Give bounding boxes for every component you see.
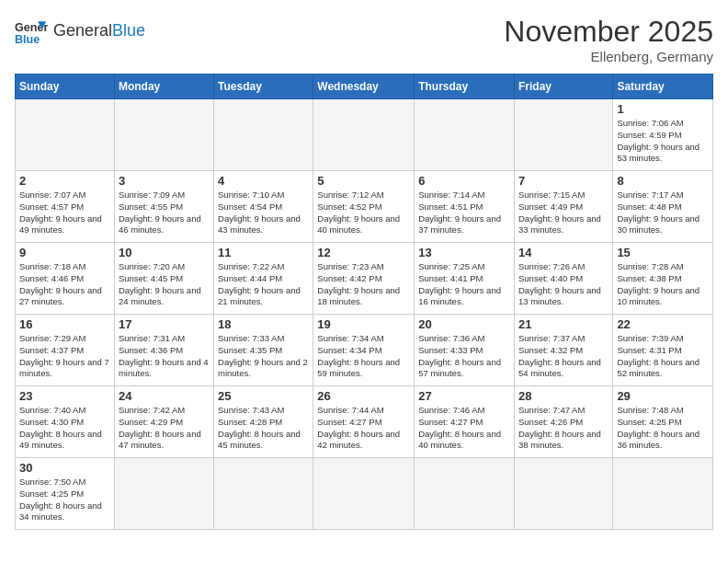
month-title: November 2025 — [504, 15, 713, 49]
day-info-1: Sunrise: 7:06 AMSunset: 4:59 PMDaylight:… — [617, 118, 709, 165]
day-8: 8 Sunrise: 7:17 AMSunset: 4:48 PMDayligh… — [613, 171, 713, 243]
empty-cell — [514, 458, 612, 530]
day-18: 18 Sunrise: 7:33 AMSunset: 4:35 PMDaylig… — [214, 315, 313, 386]
day-17: 17 Sunrise: 7:31 AMSunset: 4:36 PMDaylig… — [114, 315, 213, 386]
day-15: 15 Sunrise: 7:28 AMSunset: 4:38 PMDaylig… — [613, 243, 713, 315]
week-row-3: 9 Sunrise: 7:18 AMSunset: 4:46 PMDayligh… — [16, 243, 713, 315]
day-25: 25 Sunrise: 7:43 AMSunset: 4:28 PMDaylig… — [214, 386, 313, 458]
day-1: 1 Sunrise: 7:06 AMSunset: 4:59 PMDayligh… — [613, 99, 713, 171]
empty-cell — [114, 99, 213, 171]
logo: General Blue GeneralBlue — [15, 15, 145, 48]
day-30: 30 Sunrise: 7:50 AMSunset: 4:25 PMDaylig… — [16, 458, 115, 530]
weekday-header-row: Sunday Monday Tuesday Wednesday Thursday… — [16, 75, 713, 99]
page-header: General Blue GeneralBlue November 2025 E… — [15, 15, 713, 64]
empty-cell — [16, 99, 115, 171]
week-row-4: 16 Sunrise: 7:29 AMSunset: 4:37 PMDaylig… — [16, 315, 713, 386]
empty-cell — [514, 99, 612, 171]
logo-text: GeneralBlue — [53, 22, 145, 40]
week-row-2: 2 Sunrise: 7:07 AMSunset: 4:57 PMDayligh… — [16, 171, 713, 243]
empty-cell — [214, 458, 313, 530]
empty-cell — [313, 458, 415, 530]
day-6: 6 Sunrise: 7:14 AMSunset: 4:51 PMDayligh… — [415, 171, 515, 243]
day-26: 26 Sunrise: 7:44 AMSunset: 4:27 PMDaylig… — [313, 386, 415, 458]
header-monday: Monday — [114, 75, 213, 99]
day-27: 27 Sunrise: 7:46 AMSunset: 4:27 PMDaylig… — [415, 386, 515, 458]
day-5: 5 Sunrise: 7:12 AMSunset: 4:52 PMDayligh… — [313, 171, 415, 243]
day-16: 16 Sunrise: 7:29 AMSunset: 4:37 PMDaylig… — [16, 315, 115, 386]
day-14: 14 Sunrise: 7:26 AMSunset: 4:40 PMDaylig… — [514, 243, 612, 315]
day-9: 9 Sunrise: 7:18 AMSunset: 4:46 PMDayligh… — [16, 243, 115, 315]
week-row-6: 30 Sunrise: 7:50 AMSunset: 4:25 PMDaylig… — [16, 458, 713, 530]
week-row-5: 23 Sunrise: 7:40 AMSunset: 4:30 PMDaylig… — [16, 386, 713, 458]
day-number-1: 1 — [617, 102, 709, 116]
day-10: 10 Sunrise: 7:20 AMSunset: 4:45 PMDaylig… — [114, 243, 213, 315]
day-2: 2 Sunrise: 7:07 AMSunset: 4:57 PMDayligh… — [16, 171, 115, 243]
day-4: 4 Sunrise: 7:10 AMSunset: 4:54 PMDayligh… — [214, 171, 313, 243]
day-7: 7 Sunrise: 7:15 AMSunset: 4:49 PMDayligh… — [514, 171, 612, 243]
header-friday: Friday — [514, 75, 612, 99]
day-22: 22 Sunrise: 7:39 AMSunset: 4:31 PMDaylig… — [613, 315, 713, 386]
day-12: 12 Sunrise: 7:23 AMSunset: 4:42 PMDaylig… — [313, 243, 415, 315]
empty-cell — [415, 458, 515, 530]
day-20: 20 Sunrise: 7:36 AMSunset: 4:33 PMDaylig… — [415, 315, 515, 386]
day-11: 11 Sunrise: 7:22 AMSunset: 4:44 PMDaylig… — [214, 243, 313, 315]
header-sunday: Sunday — [16, 75, 115, 99]
day-19: 19 Sunrise: 7:34 AMSunset: 4:34 PMDaylig… — [313, 315, 415, 386]
day-24: 24 Sunrise: 7:42 AMSunset: 4:29 PMDaylig… — [114, 386, 213, 458]
header-tuesday: Tuesday — [214, 75, 313, 99]
week-row-1: 1 Sunrise: 7:06 AMSunset: 4:59 PMDayligh… — [16, 99, 713, 171]
empty-cell — [114, 458, 213, 530]
logo-icon: General Blue — [15, 15, 48, 48]
calendar-table: Sunday Monday Tuesday Wednesday Thursday… — [15, 74, 713, 530]
header-wednesday: Wednesday — [313, 75, 415, 99]
day-23: 23 Sunrise: 7:40 AMSunset: 4:30 PMDaylig… — [16, 386, 115, 458]
header-thursday: Thursday — [415, 75, 515, 99]
day-3: 3 Sunrise: 7:09 AMSunset: 4:55 PMDayligh… — [114, 171, 213, 243]
svg-text:Blue: Blue — [15, 33, 40, 46]
empty-cell — [313, 99, 415, 171]
empty-cell — [415, 99, 515, 171]
location: Ellenberg, Germany — [504, 49, 713, 64]
day-28: 28 Sunrise: 7:47 AMSunset: 4:26 PMDaylig… — [514, 386, 612, 458]
empty-cell — [214, 99, 313, 171]
day-13: 13 Sunrise: 7:25 AMSunset: 4:41 PMDaylig… — [415, 243, 515, 315]
title-section: November 2025 Ellenberg, Germany — [504, 15, 713, 64]
header-saturday: Saturday — [613, 75, 713, 99]
empty-cell — [613, 458, 713, 530]
day-29: 29 Sunrise: 7:48 AMSunset: 4:25 PMDaylig… — [613, 386, 713, 458]
day-21: 21 Sunrise: 7:37 AMSunset: 4:32 PMDaylig… — [514, 315, 612, 386]
